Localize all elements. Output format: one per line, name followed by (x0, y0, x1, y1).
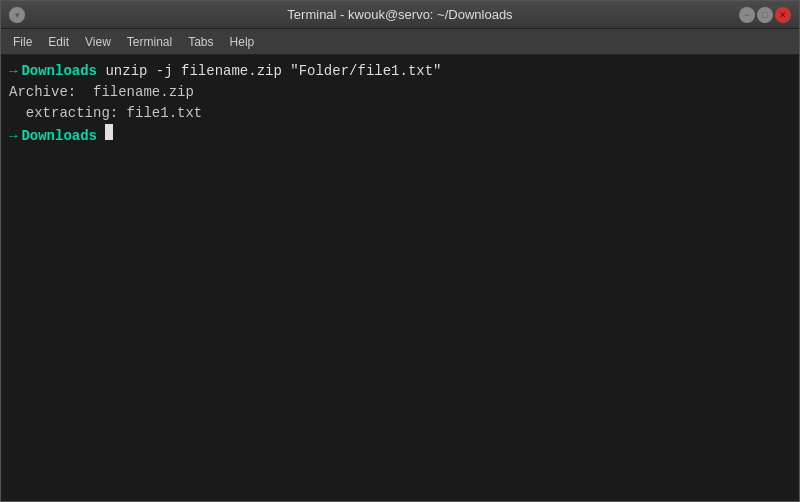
terminal-line-3: extracting: file1.txt (9, 103, 791, 124)
terminal-body[interactable]: → Downloads unzip -j filename.zip "Folde… (1, 55, 799, 501)
terminal-window: ▾ Terminal - kwouk@servo: ~/Downloads − … (0, 0, 800, 502)
current-input[interactable] (97, 126, 105, 147)
terminal-line-1: → Downloads unzip -j filename.zip "Folde… (9, 61, 791, 82)
minimize-btn[interactable]: − (739, 7, 755, 23)
menu-edit[interactable]: Edit (40, 33, 77, 51)
output-extracting: extracting: file1.txt (9, 103, 202, 124)
prompt-arrow-2: → (9, 126, 17, 147)
menu-view[interactable]: View (77, 33, 119, 51)
menu-terminal[interactable]: Terminal (119, 33, 180, 51)
prompt-dir-2: Downloads (21, 126, 97, 147)
terminal-line-2: Archive: filename.zip (9, 82, 791, 103)
titlebar: ▾ Terminal - kwouk@servo: ~/Downloads − … (1, 1, 799, 29)
window-controls-right: − □ ✕ (739, 7, 791, 23)
window-controls-left: ▾ (9, 7, 25, 23)
menu-tabs[interactable]: Tabs (180, 33, 221, 51)
terminal-line-4: → Downloads (9, 124, 791, 147)
output-archive: Archive: filename.zip (9, 82, 194, 103)
menu-help[interactable]: Help (222, 33, 263, 51)
prompt-dir-1: Downloads (21, 61, 97, 82)
minimize-button[interactable]: ▾ (9, 7, 25, 23)
window-title: Terminal - kwouk@servo: ~/Downloads (287, 7, 512, 22)
menu-file[interactable]: File (5, 33, 40, 51)
command-1: unzip -j filename.zip "Folder/file1.txt" (97, 61, 441, 82)
prompt-arrow-1: → (9, 61, 17, 82)
close-btn[interactable]: ✕ (775, 7, 791, 23)
maximize-btn[interactable]: □ (757, 7, 773, 23)
menubar: File Edit View Terminal Tabs Help (1, 29, 799, 55)
terminal-cursor (105, 124, 113, 140)
